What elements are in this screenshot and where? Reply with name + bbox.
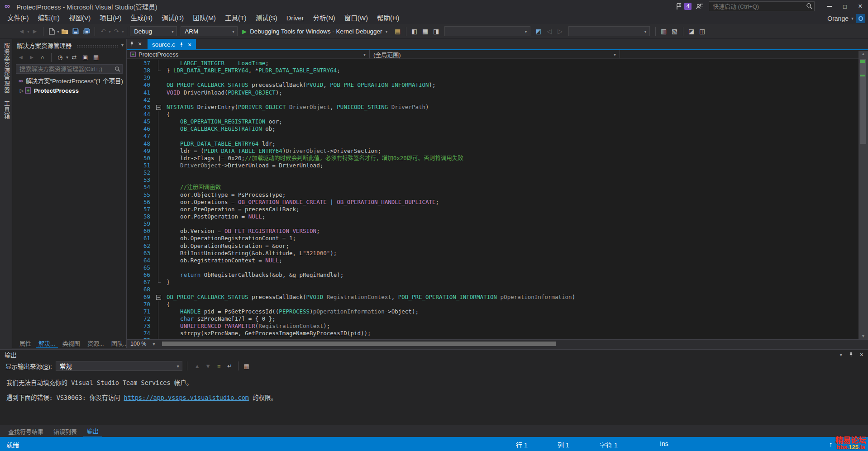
project-scope-combo[interactable]: ProtectProcess ▾	[127, 50, 370, 58]
fold-collapse-icon[interactable]: –	[156, 105, 161, 110]
tool-strip-tab[interactable]: 工具箱	[0, 97, 13, 123]
tab-pin-icon[interactable]	[179, 42, 184, 47]
tool-tab-查找符号结果[interactable]: 查找符号结果	[5, 426, 47, 437]
menu-item-视图[interactable]: 视图(V)	[64, 13, 95, 24]
close-button[interactable]: ×	[853, 0, 868, 13]
menu-item-工具[interactable]: 工具(T)	[220, 13, 251, 24]
menu-item-生成[interactable]: 生成(B)	[126, 13, 157, 24]
window-position-caret-icon[interactable]: ▾	[840, 352, 842, 357]
tool-tab-错误列表[interactable]: 错误列表	[50, 426, 81, 437]
code-line: 65	[127, 264, 858, 271]
feedback-icon[interactable]	[696, 3, 703, 10]
minimize-button[interactable]	[822, 0, 837, 13]
quick-launch-input[interactable]	[709, 1, 815, 11]
account-avatar[interactable]: O	[856, 14, 865, 23]
close-icon[interactable]: ×	[138, 40, 142, 47]
goto-previous-message-icon[interactable]: ▲	[192, 361, 203, 371]
account-name[interactable]: Orange	[827, 15, 849, 22]
save-icon[interactable]	[70, 26, 81, 37]
indent-icon[interactable]: ◪	[686, 26, 697, 37]
se-home-icon[interactable]: ⌂	[38, 52, 48, 62]
navigate-forward-icon[interactable]: ►	[29, 26, 40, 37]
tree-node-solution[interactable]: ∞ 解决方案“ProtectProcess”(1 个项目)	[12, 76, 126, 85]
pin-icon[interactable]	[129, 41, 134, 47]
notification-count-badge[interactable]: 4	[684, 3, 692, 10]
redo-caret-icon[interactable]: ▾	[122, 29, 124, 34]
menu-item-分析[interactable]: 分析(N)	[309, 13, 340, 24]
menu-item-帮助[interactable]: 帮助(H)	[372, 13, 404, 24]
window-position-caret-icon[interactable]: ▾	[121, 43, 124, 47]
debug-target-combo[interactable]: ▾	[444, 26, 530, 36]
se-tab-解决...[interactable]: 解决...	[36, 338, 58, 348]
deploy-icon[interactable]: ▤	[392, 26, 403, 37]
vertical-scrollbar[interactable]: ▲ ▼	[858, 51, 868, 339]
code-line: 45 OB_OPERATION_REGISTRATION oor;	[127, 118, 858, 125]
solution-platform-combo[interactable]: ARM▾	[181, 26, 238, 36]
new-file-icon[interactable]	[46, 26, 57, 37]
se-tab-资源...[interactable]: 资源...	[85, 338, 107, 347]
feedback-arrow-icon[interactable]: ↑	[829, 440, 833, 448]
list-members-icon[interactable]: ▥	[658, 26, 669, 37]
output-settings-icon[interactable]: ▦	[241, 361, 252, 371]
undo-icon[interactable]: ↶	[98, 26, 109, 37]
toggle-word-wrap-icon[interactable]: ↵	[224, 361, 235, 371]
outdent-icon[interactable]: ◫	[697, 26, 708, 37]
pending-changes-filter-icon[interactable]: ◷	[55, 52, 65, 62]
filter-caret-icon[interactable]: ▾	[66, 55, 68, 60]
tool-strip-tab[interactable]: 服务器资源管理器	[0, 39, 13, 97]
pin-icon[interactable]	[849, 352, 854, 357]
output-source-combo[interactable]: 常规 ▾	[56, 361, 182, 371]
navigate-backward-icon[interactable]: ◄	[16, 26, 27, 37]
tree-node-project[interactable]: ▷ ProtectProcess	[12, 85, 126, 95]
fold-collapse-icon[interactable]: –	[156, 295, 161, 300]
global-scope-combo[interactable]: (全局范围) ▾	[370, 50, 620, 58]
tab-source-c[interactable]: source.c ×	[148, 39, 196, 50]
menu-item-窗口[interactable]: 窗口(W)	[340, 13, 372, 24]
menu-item-团队[interactable]: 团队(M)	[188, 13, 220, 24]
menu-item-调试[interactable]: 调试(D)	[157, 13, 188, 24]
sync-with-active-document-icon[interactable]: ⇄	[69, 52, 79, 62]
find-combo[interactable]: ▾	[568, 26, 650, 36]
code-line: 73 UNREFERENCED_PARAMETER(RegistrationCo…	[127, 323, 858, 330]
se-forward-icon[interactable]: ►	[27, 52, 37, 62]
panel-grip[interactable]	[76, 44, 118, 47]
se-back-icon[interactable]: ◄	[16, 52, 26, 62]
clear-all-icon[interactable]: ≡	[214, 361, 224, 371]
tab-close-icon[interactable]: ×	[188, 41, 191, 48]
scrollbar-thumb[interactable]	[860, 59, 866, 144]
output-link[interactable]: https://app.vssps.visualstudio.com	[124, 394, 249, 401]
step-forward-icon[interactable]: ▷	[555, 26, 566, 37]
tool-tab-输出[interactable]: 输出	[83, 425, 102, 437]
font-tool-icon[interactable]: ◨	[431, 26, 442, 37]
solution-search-input[interactable]	[16, 64, 123, 74]
solution-configuration-combo[interactable]: Debug▾	[130, 26, 177, 36]
start-debugging-button[interactable]: ▶ Debugging Tools for Windows - Kernel D…	[242, 28, 387, 35]
menu-item-文件[interactable]: 文件(F)	[3, 13, 33, 24]
menu-item-测试[interactable]: 测试(S)	[251, 13, 281, 24]
se-tab-属性[interactable]: 属性	[17, 338, 34, 347]
scrollbar-thumb[interactable]	[162, 342, 556, 346]
attach-to-process-icon[interactable]: ◧	[409, 26, 420, 37]
maximize-button[interactable]: □	[837, 0, 853, 13]
code-editor[interactable]: 37 LARGE_INTEGER LoadTime;38} LDR_DATA_T…	[127, 59, 858, 339]
zoom-level-combo[interactable]: 100 % ▾	[127, 341, 159, 347]
menu-item-项目[interactable]: 项目(P)	[95, 13, 126, 24]
menu-item-Driver[interactable]: Driver	[282, 13, 309, 24]
step-backward-icon[interactable]: ◁	[544, 26, 555, 37]
memory-window-icon[interactable]: ▦	[420, 26, 431, 37]
horizontal-scrollbar[interactable]	[159, 340, 857, 348]
goto-next-message-icon[interactable]: ▼	[203, 361, 214, 371]
watch-window-icon[interactable]: ◩	[533, 26, 544, 37]
save-all-icon[interactable]	[81, 26, 92, 37]
notifications-flag-icon[interactable]	[676, 3, 682, 10]
close-icon[interactable]: ×	[860, 351, 863, 358]
show-all-files-icon[interactable]: ▦	[91, 52, 101, 62]
account-caret-icon[interactable]: ▾	[851, 16, 854, 21]
open-file-icon[interactable]	[59, 26, 70, 37]
menu-item-编辑[interactable]: 编辑(E)	[33, 13, 64, 24]
collapse-all-icon[interactable]: ▣	[80, 52, 90, 62]
redo-icon[interactable]: ↷	[111, 26, 122, 37]
expander-icon[interactable]: ▷	[19, 88, 25, 94]
se-tab-类视图[interactable]: 类视图	[60, 338, 83, 347]
sort-icon[interactable]: ▧	[669, 26, 680, 37]
